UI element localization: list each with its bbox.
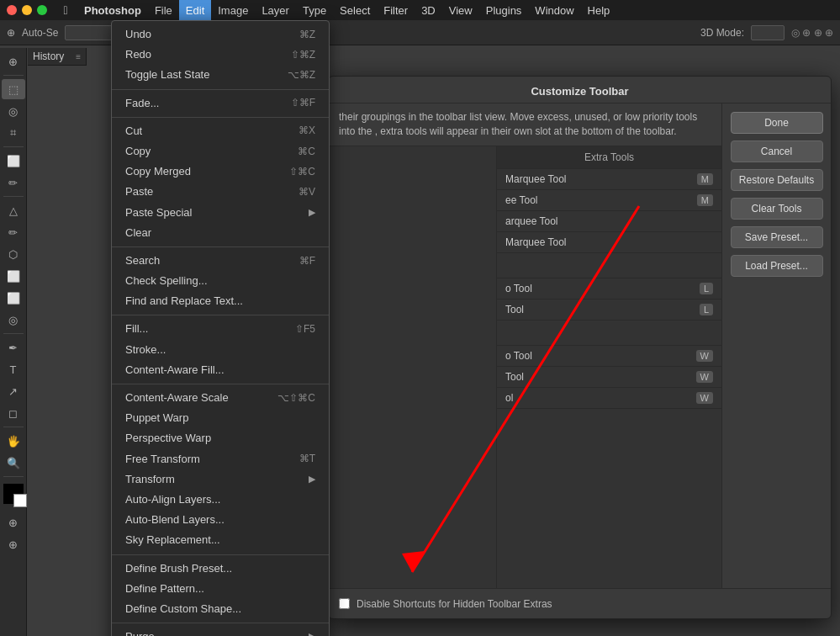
menu-layer[interactable]: Layer <box>255 0 296 20</box>
menu-file[interactable]: File <box>148 0 179 20</box>
sidebar-icon-brush[interactable]: ✏ <box>2 222 25 242</box>
sidebar-icon-extra1[interactable]: ⊕ <box>2 512 25 533</box>
menu-auto-blend-label: Auto-Blend Layers... <box>125 512 225 527</box>
app-name: Photoshop <box>77 4 148 17</box>
menu-3d[interactable]: 3D <box>415 0 442 20</box>
clear-tools-button[interactable]: Clear Tools <box>731 198 823 220</box>
tool-row-4[interactable]: Marquee Tool <box>497 232 721 253</box>
menu-define-custom-shape[interactable]: Define Custom Shape... <box>112 599 329 619</box>
menu-transform[interactable]: Transform ▶ <box>112 469 329 490</box>
menu-copy-merged[interactable]: Copy Merged ⇧⌘C <box>112 162 329 182</box>
fullscreen-button[interactable] <box>37 5 47 15</box>
sidebar-icon-eraser[interactable]: ⬜ <box>2 266 25 286</box>
menu-redo[interactable]: Redo ⇧⌘Z <box>112 45 329 65</box>
sidebar-icon-type[interactable]: T <box>2 359 25 379</box>
menu-stroke-label: Stroke... <box>125 342 166 358</box>
sidebar-icon-heal[interactable]: △ <box>2 200 25 220</box>
sidebar-icon-lasso[interactable]: ◎ <box>2 101 25 121</box>
cancel-button[interactable]: Cancel <box>731 140 823 162</box>
tool-name-9: ol <box>505 392 513 404</box>
menu-find-replace[interactable]: Find and Replace Text... <box>112 291 329 311</box>
foreground-color[interactable] <box>3 484 24 504</box>
separator-1 <box>112 89 329 90</box>
menu-stroke[interactable]: Stroke... <box>112 340 329 360</box>
sidebar-icon-shape[interactable]: ◻ <box>2 403 25 423</box>
menu-free-transform-shortcut: ⌘T <box>299 452 315 466</box>
tool-row-8[interactable]: Tool W <box>497 367 721 388</box>
menu-plugins[interactable]: Plugins <box>479 0 529 20</box>
sidebar-icon-move[interactable]: ⊕ <box>2 51 25 72</box>
menu-paste-special[interactable]: Paste Special ▶ <box>112 203 329 223</box>
menu-content-aware-fill-label: Content-Aware Fill... <box>125 363 225 378</box>
menu-cut[interactable]: Cut ⌘X <box>112 121 329 141</box>
edit-dropdown-menu: Undo ⌘Z Redo ⇧⌘Z Toggle Last State ⌥⌘Z F… <box>111 20 330 636</box>
tool-row-6[interactable]: Tool L <box>497 299 721 321</box>
restore-defaults-button[interactable]: Restore Defaults <box>731 169 823 191</box>
menu-copy[interactable]: Copy ⌘C <box>112 141 329 162</box>
dialog-body: their groupings in the toolbar list view… <box>329 103 831 588</box>
menu-bar:  Photoshop File Edit Image Layer Type S… <box>0 0 840 20</box>
menu-free-transform[interactable]: Free Transform ⌘T <box>112 449 329 469</box>
sidebar-icon-clone[interactable]: ⬡ <box>2 244 25 264</box>
sidebar-icon-select[interactable]: ⬚ <box>2 79 25 99</box>
save-preset-button[interactable]: Save Preset... <box>731 226 823 248</box>
sidebar-icon-magic[interactable]: ⌗ <box>2 123 25 143</box>
menu-window[interactable]: Window <box>528 0 580 20</box>
menu-redo-label: Redo <box>125 47 151 62</box>
sidebar-icon-path[interactable]: ↗ <box>2 381 25 401</box>
menu-auto-blend[interactable]: Auto-Blend Layers... <box>112 510 329 530</box>
minimize-button[interactable] <box>22 5 32 15</box>
tool-row-5[interactable]: o Tool L <box>497 278 721 299</box>
menu-define-pattern[interactable]: Define Pattern... <box>112 579 329 599</box>
sidebar-icon-gradient[interactable]: ⬜ <box>2 288 25 308</box>
separator-2 <box>112 117 329 118</box>
menu-undo[interactable]: Undo ⌘Z <box>112 24 329 45</box>
tool-row-1[interactable]: Marquee Tool M <box>497 169 721 190</box>
sidebar-icon-eyedropper[interactable]: ✏ <box>2 172 25 193</box>
menu-search[interactable]: Search ⌘F <box>112 251 329 271</box>
sidebar-icon-crop[interactable]: ⬜ <box>2 151 25 171</box>
disable-shortcuts-checkbox[interactable] <box>339 598 350 609</box>
tool-row-9[interactable]: ol W <box>497 388 721 409</box>
menu-transform-label: Transform <box>125 472 175 487</box>
menu-perspective-warp[interactable]: Perspective Warp <box>112 428 329 448</box>
sidebar-icon-zoom[interactable]: 🔍 <box>2 453 25 473</box>
menu-fill[interactable]: Fill... ⇧F5 <box>112 319 329 339</box>
sidebar-icon-extra2[interactable]: ⊕ <box>2 534 25 554</box>
menu-content-aware-fill[interactable]: Content-Aware Fill... <box>112 360 329 380</box>
menu-content-aware-scale[interactable]: Content-Aware Scale ⌥⇧⌘C <box>112 388 329 408</box>
menu-select[interactable]: Select <box>333 0 377 20</box>
menu-puppet-warp[interactable]: Puppet Warp <box>112 408 329 428</box>
menu-paste-shortcut: ⌘V <box>298 185 315 199</box>
tool-row-3[interactable]: arquee Tool <box>497 211 721 232</box>
menu-check-spelling[interactable]: Check Spelling... <box>112 271 329 291</box>
3d-mode-dropdown[interactable] <box>751 25 785 40</box>
load-preset-button[interactable]: Load Preset... <box>731 255 823 277</box>
menu-fade[interactable]: Fade... ⇧⌘F <box>112 93 329 114</box>
menu-filter[interactable]: Filter <box>377 0 415 20</box>
menu-view[interactable]: View <box>442 0 479 20</box>
menu-help[interactable]: Help <box>581 0 617 20</box>
menu-sky-replacement[interactable]: Sky Replacement... <box>112 530 329 550</box>
sidebar-icon-pen[interactable]: ✒ <box>2 337 25 358</box>
auto-select-dropdown[interactable] <box>65 25 115 40</box>
menu-image[interactable]: Image <box>211 0 255 20</box>
menu-purge[interactable]: Purge ▶ <box>112 627 329 636</box>
sidebar-icon-hand[interactable]: 🖐 <box>2 431 25 451</box>
menu-toggle-last[interactable]: Toggle Last State ⌥⌘Z <box>112 65 329 85</box>
menu-fade-label: Fade... <box>125 96 159 111</box>
menu-define-brush-label: Define Brush Preset... <box>125 561 232 576</box>
close-button[interactable] <box>7 5 17 15</box>
menu-auto-align[interactable]: Auto-Align Layers... <box>112 490 329 510</box>
menu-copy-merged-shortcut: ⇧⌘C <box>289 165 315 179</box>
menu-type[interactable]: Type <box>296 0 333 20</box>
tool-row-7[interactable]: o Tool W <box>497 346 721 367</box>
menu-clear[interactable]: Clear <box>112 223 329 243</box>
menu-edit[interactable]: Edit <box>179 0 211 20</box>
menu-define-brush[interactable]: Define Brush Preset... <box>112 559 329 579</box>
tool-name-3: arquee Tool <box>505 215 558 227</box>
menu-paste[interactable]: Paste ⌘V <box>112 182 329 202</box>
tool-row-2[interactable]: ee Tool M <box>497 190 721 211</box>
done-button[interactable]: Done <box>731 112 823 134</box>
sidebar-icon-burn[interactable]: ◎ <box>2 310 25 330</box>
